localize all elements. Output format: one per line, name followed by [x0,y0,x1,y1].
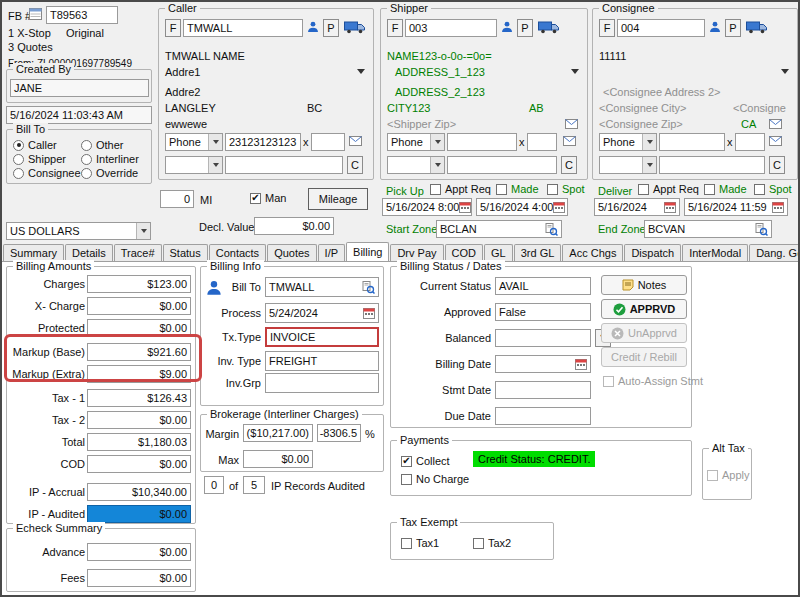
tab-acc-chgs[interactable]: Acc Chgs [562,244,623,261]
caller-phone2-type-select[interactable] [165,156,223,174]
calendar-icon[interactable] [575,358,587,370]
calendar-icon[interactable] [459,201,471,213]
unapprvd-button[interactable]: UnApprvd [601,323,687,343]
bill-to-radio-override[interactable]: Override [81,167,138,179]
markup-base-field[interactable]: $921.60 [87,343,191,361]
chevron-down-icon[interactable] [781,69,789,74]
total-field[interactable]: $1,180.03 [87,433,191,451]
x-charge-field[interactable]: $0.00 [87,297,191,315]
bill-to-radio-other[interactable]: Other [81,139,124,151]
lookup-icon[interactable] [362,281,375,294]
tax2-checkbox[interactable]: Tax2 [473,537,511,549]
chevron-down-icon[interactable] [357,69,365,74]
shipper-f-button[interactable]: F [387,19,403,37]
shipper-p-button[interactable]: P [517,19,533,37]
charges-field[interactable]: $123.00 [87,275,191,293]
no-charge-checkbox[interactable]: No Charge [401,473,469,485]
ip-audited-field[interactable]: $0.00 [87,505,191,523]
decl-value-field[interactable]: $0.00 [254,217,334,235]
envelope-icon[interactable] [349,136,362,148]
truck-icon[interactable] [344,21,366,36]
caller-ext-field[interactable] [311,133,345,151]
person-icon[interactable] [307,21,319,35]
caller-phone-field[interactable]: 23123123123 [225,133,301,151]
consignee-code-field[interactable]: 004 [617,19,705,37]
margin-pct-field[interactable]: -8306.5 [317,424,361,442]
chevron-down-icon[interactable] [571,69,579,74]
mileage-button[interactable]: Mileage [308,188,368,210]
bill-to-field[interactable]: TMWALL [265,277,379,297]
cod-field[interactable]: $0.00 [87,455,191,473]
deliver-appt-req-checkbox[interactable]: Appt Req [638,183,699,195]
tax1-amount-field[interactable]: $126.43 [87,389,191,407]
billing-date-field[interactable] [495,355,591,373]
envelope-icon[interactable] [563,136,576,148]
approved-field[interactable]: False [495,303,591,321]
created-at-field[interactable]: 5/16/2024 11:03:43 AM [6,106,152,124]
ip-audited-count-field[interactable]: 0 [204,476,224,494]
caller-phone-type-select[interactable]: Phone [165,133,223,151]
pickup-to-field[interactable]: 5/16/2024 4:00 [476,198,568,216]
tab-summary[interactable]: Summary [3,244,64,261]
consignee-phone-field[interactable] [659,133,725,151]
man-checkbox[interactable]: Man [250,192,286,204]
tab-gl[interactable]: GL [484,244,513,261]
zone-lookup-icon[interactable] [755,223,768,236]
start-zone-field[interactable]: BCLAN [436,220,562,238]
zone-lookup-icon[interactable] [545,223,558,236]
bill-to-radio-caller[interactable]: Caller [13,139,57,151]
end-zone-field[interactable]: BCVAN [644,220,772,238]
stmt-date-field[interactable] [495,381,591,399]
shipper-phone2-field[interactable] [447,156,557,174]
consignee-phone-type-select[interactable]: Phone [599,133,657,151]
envelope-icon[interactable] [769,136,782,148]
deliver-made-checkbox[interactable]: Made [704,183,747,195]
margin-field[interactable]: ($10,217.00) [243,424,313,442]
created-by-user-field[interactable]: JANE [10,79,149,97]
collect-checkbox[interactable]: Collect [401,455,450,467]
inv-grp-field[interactable] [265,373,379,393]
credit-rebill-button[interactable]: Credit / Rebill [601,347,687,367]
protected-field[interactable]: $0.00 [87,319,191,337]
markup-extra-field[interactable]: $9.00 [87,365,191,383]
calendar-icon[interactable] [553,201,565,213]
advance-field[interactable]: $0.00 [87,543,191,561]
deliver-to-field[interactable]: 5/16/2024 11:59 [684,198,788,216]
tx-type-field[interactable]: INVOICE [265,327,379,347]
person-icon[interactable] [501,21,513,35]
person-icon[interactable] [709,21,721,35]
shipper-phone-type-select[interactable]: Phone [387,133,445,151]
apprvd-button[interactable]: APPRVD [601,299,687,319]
consignee-phone2-field[interactable] [659,156,765,174]
shipper-code-field[interactable]: 003 [405,19,497,37]
calendar-icon[interactable] [664,201,676,213]
consignee-f-button[interactable]: F [599,19,615,37]
caller-phone2-field[interactable] [225,156,343,174]
fees-field[interactable]: $0.00 [87,569,191,587]
pickup-spot-checkbox[interactable]: Spot [547,183,585,195]
pickup-made-checkbox[interactable]: Made [496,183,539,195]
tab-dang-goods[interactable]: Dang. Goods [749,244,800,261]
tab-status[interactable]: Status [163,244,208,261]
ip-accrual-field[interactable]: $10,340.00 [87,483,191,501]
tab-ip[interactable]: I/P [318,244,345,261]
shipper-ext-field[interactable] [527,133,557,151]
pickup-from-field[interactable]: 5/16/2024 8:00 [382,198,472,216]
notes-button[interactable]: Notes [601,275,687,295]
calendar-icon[interactable] [363,307,375,319]
pickup-appt-req-checkbox[interactable]: Appt Req [430,183,491,195]
caller-c-button[interactable]: C [347,156,363,174]
truck-icon[interactable] [538,21,560,36]
balanced-field[interactable] [495,329,591,347]
tab-quotes[interactable]: Quotes [267,244,316,261]
inv-type-field[interactable]: FREIGHT [265,351,379,371]
tab-cod[interactable]: COD [445,244,483,261]
tab-contacts[interactable]: Contacts [209,244,266,261]
alt-tax-apply-checkbox[interactable]: Apply [707,469,750,481]
currency-select[interactable]: US DOLLARS [6,222,151,240]
max-field[interactable]: $0.00 [243,450,313,468]
tax1-checkbox[interactable]: Tax1 [401,537,439,549]
current-status-field[interactable]: AVAIL [495,277,591,295]
truck-icon[interactable] [746,21,768,36]
ip-total-field[interactable]: 5 [243,476,265,494]
